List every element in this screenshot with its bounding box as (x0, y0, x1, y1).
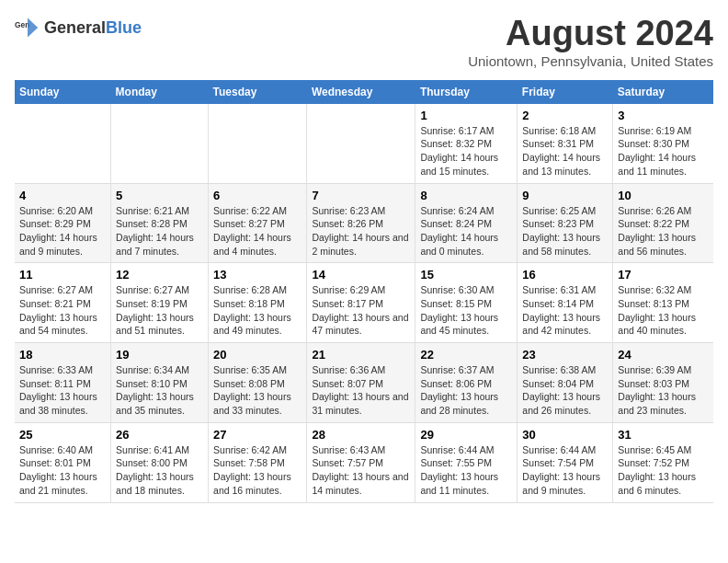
calendar-cell: 16Sunrise: 6:31 AMSunset: 8:14 PMDayligh… (518, 263, 613, 343)
calendar-cell (15, 104, 111, 183)
cell-text: Sunrise: 6:35 AMSunset: 8:08 PMDaylight:… (213, 363, 301, 418)
calendar-table: SundayMondayTuesdayWednesdayThursdayFrid… (15, 80, 713, 503)
calendar-cell: 2Sunrise: 6:18 AMSunset: 8:31 PMDaylight… (518, 104, 613, 183)
cell-text: Sunrise: 6:31 AMSunset: 8:14 PMDaylight:… (522, 283, 608, 338)
calendar-cell: 24Sunrise: 6:39 AMSunset: 8:03 PMDayligh… (613, 343, 713, 423)
cell-text: Sunrise: 6:21 AMSunset: 8:28 PMDaylight:… (116, 204, 203, 259)
day-number: 27 (213, 428, 301, 442)
calendar-cell: 23Sunrise: 6:38 AMSunset: 8:04 PMDayligh… (518, 343, 613, 423)
calendar-cell: 30Sunrise: 6:44 AMSunset: 7:54 PMDayligh… (518, 422, 613, 502)
day-number: 25 (19, 428, 106, 442)
day-number: 22 (420, 348, 512, 362)
week-row-1: 1Sunrise: 6:17 AMSunset: 8:32 PMDaylight… (15, 104, 713, 183)
day-number: 26 (116, 428, 203, 442)
col-header-wednesday: Wednesday (307, 80, 415, 104)
calendar-cell: 7Sunrise: 6:23 AMSunset: 8:26 PMDaylight… (307, 183, 415, 263)
day-number: 31 (618, 428, 709, 442)
calendar-cell: 20Sunrise: 6:35 AMSunset: 8:08 PMDayligh… (209, 343, 307, 423)
cell-text: Sunrise: 6:24 AMSunset: 8:24 PMDaylight:… (420, 204, 512, 259)
day-number: 9 (522, 189, 608, 202)
day-number: 12 (116, 268, 203, 282)
cell-text: Sunrise: 6:29 AMSunset: 8:17 PMDaylight:… (312, 283, 410, 338)
calendar-cell: 28Sunrise: 6:43 AMSunset: 7:57 PMDayligh… (307, 422, 415, 502)
day-number: 29 (420, 428, 512, 442)
cell-text: Sunrise: 6:36 AMSunset: 8:07 PMDaylight:… (312, 363, 410, 418)
logo-icon: Gen (15, 15, 40, 40)
day-number: 17 (618, 268, 709, 282)
calendar-cell: 29Sunrise: 6:44 AMSunset: 7:55 PMDayligh… (415, 422, 518, 502)
subtitle: Uniontown, Pennsylvania, United States (468, 53, 713, 69)
calendar-cell: 5Sunrise: 6:21 AMSunset: 8:28 PMDaylight… (111, 183, 209, 263)
calendar-cell: 1Sunrise: 6:17 AMSunset: 8:32 PMDaylight… (415, 104, 518, 183)
calendar-cell: 11Sunrise: 6:27 AMSunset: 8:21 PMDayligh… (15, 263, 111, 343)
cell-text: Sunrise: 6:44 AMSunset: 7:55 PMDaylight:… (420, 443, 512, 498)
calendar-cell: 6Sunrise: 6:22 AMSunset: 8:27 PMDaylight… (209, 183, 307, 263)
cell-text: Sunrise: 6:43 AMSunset: 7:57 PMDaylight:… (312, 443, 410, 498)
calendar-cell: 22Sunrise: 6:37 AMSunset: 8:06 PMDayligh… (415, 343, 518, 423)
cell-text: Sunrise: 6:37 AMSunset: 8:06 PMDaylight:… (420, 363, 512, 418)
calendar-cell: 17Sunrise: 6:32 AMSunset: 8:13 PMDayligh… (613, 263, 713, 343)
day-number: 19 (116, 348, 203, 362)
day-number: 2 (522, 109, 608, 122)
cell-text: Sunrise: 6:28 AMSunset: 8:18 PMDaylight:… (213, 283, 301, 338)
day-number: 24 (618, 348, 709, 362)
col-header-monday: Monday (111, 80, 209, 104)
day-number: 21 (312, 348, 410, 362)
day-number: 13 (213, 268, 301, 282)
cell-text: Sunrise: 6:44 AMSunset: 7:54 PMDaylight:… (522, 443, 608, 498)
day-number: 23 (522, 348, 608, 362)
calendar-cell: 19Sunrise: 6:34 AMSunset: 8:10 PMDayligh… (111, 343, 209, 423)
calendar-cell: 13Sunrise: 6:28 AMSunset: 8:18 PMDayligh… (209, 263, 307, 343)
calendar-cell: 27Sunrise: 6:42 AMSunset: 7:58 PMDayligh… (209, 422, 307, 502)
week-row-5: 25Sunrise: 6:40 AMSunset: 8:01 PMDayligh… (15, 422, 713, 502)
day-number: 3 (618, 109, 709, 122)
calendar-cell (209, 104, 307, 183)
day-number: 7 (312, 189, 410, 202)
col-header-friday: Friday (518, 80, 613, 104)
calendar-cell (307, 104, 415, 183)
day-number: 5 (116, 189, 203, 202)
calendar-cell: 12Sunrise: 6:27 AMSunset: 8:19 PMDayligh… (111, 263, 209, 343)
calendar-cell (111, 104, 209, 183)
day-number: 30 (522, 428, 608, 442)
col-header-thursday: Thursday (415, 80, 518, 104)
day-number: 20 (213, 348, 301, 362)
cell-text: Sunrise: 6:41 AMSunset: 8:00 PMDaylight:… (116, 443, 203, 498)
calendar-cell: 15Sunrise: 6:30 AMSunset: 8:15 PMDayligh… (415, 263, 518, 343)
title-area: August 2024 Uniontown, Pennsylvania, Uni… (468, 15, 713, 69)
calendar-cell: 18Sunrise: 6:33 AMSunset: 8:11 PMDayligh… (15, 343, 111, 423)
calendar-cell: 8Sunrise: 6:24 AMSunset: 8:24 PMDaylight… (415, 183, 518, 263)
day-number: 1 (420, 109, 512, 122)
cell-text: Sunrise: 6:32 AMSunset: 8:13 PMDaylight:… (618, 283, 709, 338)
day-number: 8 (420, 189, 512, 202)
cell-text: Sunrise: 6:25 AMSunset: 8:23 PMDaylight:… (522, 204, 608, 259)
cell-text: Sunrise: 6:33 AMSunset: 8:11 PMDaylight:… (19, 363, 106, 418)
day-number: 6 (213, 189, 301, 202)
calendar-cell: 3Sunrise: 6:19 AMSunset: 8:30 PMDaylight… (613, 104, 713, 183)
day-number: 18 (19, 348, 106, 362)
calendar-cell: 25Sunrise: 6:40 AMSunset: 8:01 PMDayligh… (15, 422, 111, 502)
header-row: SundayMondayTuesdayWednesdayThursdayFrid… (15, 80, 713, 104)
cell-text: Sunrise: 6:27 AMSunset: 8:19 PMDaylight:… (116, 283, 203, 338)
col-header-saturday: Saturday (613, 80, 713, 104)
day-number: 14 (312, 268, 410, 282)
logo-text: GeneralBlue (44, 18, 142, 38)
cell-text: Sunrise: 6:42 AMSunset: 7:58 PMDaylight:… (213, 443, 301, 498)
cell-text: Sunrise: 6:19 AMSunset: 8:30 PMDaylight:… (618, 124, 709, 178)
week-row-2: 4Sunrise: 6:20 AMSunset: 8:29 PMDaylight… (15, 183, 713, 263)
day-number: 16 (522, 268, 608, 282)
cell-text: Sunrise: 6:34 AMSunset: 8:10 PMDaylight:… (116, 363, 203, 418)
day-number: 4 (19, 189, 106, 202)
cell-text: Sunrise: 6:20 AMSunset: 8:29 PMDaylight:… (19, 204, 106, 259)
day-number: 15 (420, 268, 512, 282)
week-row-4: 18Sunrise: 6:33 AMSunset: 8:11 PMDayligh… (15, 343, 713, 423)
cell-text: Sunrise: 6:30 AMSunset: 8:15 PMDaylight:… (420, 283, 512, 338)
day-number: 28 (312, 428, 410, 442)
cell-text: Sunrise: 6:26 AMSunset: 8:22 PMDaylight:… (618, 204, 709, 259)
cell-text: Sunrise: 6:18 AMSunset: 8:31 PMDaylight:… (522, 124, 608, 178)
main-title: August 2024 (468, 15, 713, 53)
calendar-cell: 26Sunrise: 6:41 AMSunset: 8:00 PMDayligh… (111, 422, 209, 502)
logo: Gen GeneralBlue (15, 15, 142, 40)
week-row-3: 11Sunrise: 6:27 AMSunset: 8:21 PMDayligh… (15, 263, 713, 343)
calendar-cell: 10Sunrise: 6:26 AMSunset: 8:22 PMDayligh… (613, 183, 713, 263)
